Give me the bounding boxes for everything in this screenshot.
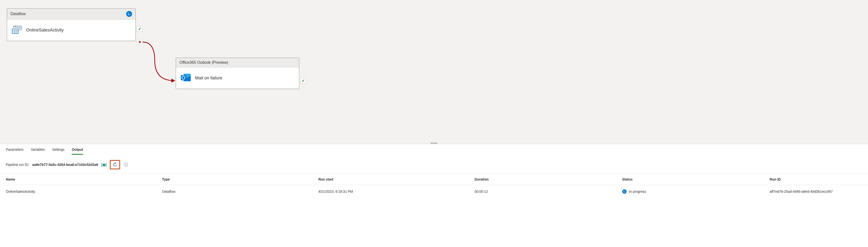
- svg-rect-16: [126, 164, 126, 166]
- col-status[interactable]: Status: [616, 174, 764, 185]
- run-id-value: aa8e7b77-5a5c-4264-bea8-a7103c52d3a8: [32, 163, 98, 167]
- dataflow-icon: [11, 24, 23, 36]
- run-info-bar: Pipeline run ID: aa8e7b77-5a5c-4264-bea8…: [0, 155, 868, 174]
- activity-outlook[interactable]: Office365 Outlook (Preview) Mail on fail…: [176, 58, 299, 89]
- glasses-icon[interactable]: [◉]: [101, 162, 107, 168]
- col-type[interactable]: Type: [156, 174, 312, 185]
- run-id-label: Pipeline run ID:: [6, 163, 29, 167]
- tab-variables[interactable]: Variables: [31, 147, 45, 155]
- cell-type: Dataflow: [156, 185, 312, 198]
- output-tabs: Parameters Variables Settings Output: [0, 144, 868, 155]
- activity-header: Office365 Outlook (Preview): [176, 58, 299, 67]
- failure-port[interactable]: ✕: [137, 39, 143, 45]
- refresh-button[interactable]: [110, 160, 120, 169]
- cell-duration: 00:00:12: [469, 185, 616, 198]
- activity-title: Mail on failure: [195, 76, 222, 81]
- pipeline-canvas[interactable]: Dataflow: [0, 0, 868, 144]
- tab-settings[interactable]: Settings: [52, 147, 65, 155]
- pane-resize-handle[interactable]: [431, 143, 437, 144]
- svg-point-15: [126, 164, 126, 164]
- col-runid[interactable]: Run ID: [764, 174, 868, 185]
- svg-rect-6: [16, 26, 22, 30]
- col-duration[interactable]: Duration: [469, 174, 616, 185]
- cell-status: In progress: [629, 190, 646, 193]
- tab-parameters[interactable]: Parameters: [6, 147, 24, 155]
- cell-runstart: 4/21/2023, 6:18:31 PM: [312, 185, 469, 198]
- col-name[interactable]: Name: [0, 174, 156, 185]
- table-row[interactable]: OnlineSalesActivity Dataflow 4/21/2023, …: [0, 185, 868, 198]
- activity-type-label: Dataflow: [10, 12, 26, 16]
- info-icon[interactable]: [123, 162, 129, 168]
- activity-dataflow[interactable]: Dataflow: [7, 8, 136, 41]
- success-port[interactable]: ✓: [137, 26, 143, 32]
- outlook-icon: [180, 72, 192, 84]
- cell-runid: aff7ed76-25ad-4485-a6ed-49d3b1ecc067: [764, 185, 868, 198]
- tab-output[interactable]: Output: [72, 147, 83, 155]
- col-runstart[interactable]: Run start: [312, 174, 469, 185]
- spinner-icon: [126, 11, 132, 17]
- activity-runs-table: Name Type Run start Duration Status Run …: [0, 174, 868, 198]
- success-port[interactable]: ✓: [300, 78, 306, 84]
- connector-arrow: [143, 41, 177, 83]
- activity-header: Dataflow: [7, 8, 135, 20]
- activity-type-label: Office365 Outlook (Preview): [179, 60, 228, 65]
- cell-name: OnlineSalesActivity: [0, 185, 156, 198]
- activity-title: OnlineSalesActivity: [26, 28, 64, 33]
- progress-spinner-icon: [622, 189, 627, 194]
